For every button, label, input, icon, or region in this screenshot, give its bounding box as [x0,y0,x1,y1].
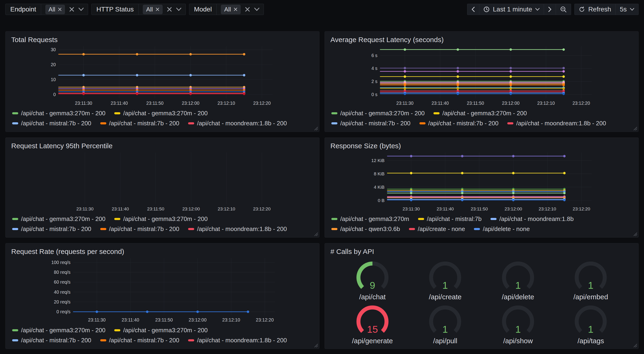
chevron-down-icon[interactable] [176,8,181,11]
panel-resize-handle[interactable] [314,344,318,347]
svg-text:4 s: 4 s [371,66,378,71]
legend-row: /api/chat - gemma3:270m - 200/api/chat -… [12,327,315,334]
legend-item[interactable]: /api/delete - none [474,225,530,233]
legend-item[interactable]: /api/chat - mistral:7b - 200 [420,120,499,127]
time-back-button[interactable] [467,4,479,15]
time-controls: Last 1 minute Refresh 5s [467,4,639,15]
panel-resize-handle[interactable] [314,232,318,236]
chart-canvas[interactable]: 23:11:3023:11:4023:11:5023:12:0023:12:10… [329,150,634,212]
panel-title[interactable]: # Calls by API [330,248,634,256]
chart-canvas[interactable]: 23:11:3023:11:4023:11:5023:12:0023:12:10… [329,44,634,106]
legend-item[interactable]: /api/chat - moondream:1.8b - 200 [188,120,287,127]
refresh-interval-dropdown[interactable]: 5s [615,4,638,15]
legend-item[interactable]: /api/chat - gemma3:270m - 200 [434,110,527,117]
chart-canvas[interactable]: 23:11:3023:11:4023:11:5023:12:0023:12:10… [10,44,315,106]
panel-title[interactable]: Request Rate (requests per second) [11,248,315,256]
chart-canvas[interactable]: 23:11:3023:11:4023:11:5023:12:0023:12:10… [10,256,315,323]
zoom-out-button[interactable] [556,4,571,15]
chevron-down-icon [535,8,540,11]
legend-row: /api/chat - mistral:7b - 200/api/chat - … [12,337,315,344]
svg-text:23:11:40: 23:11:40 [122,317,139,322]
legend-item[interactable]: /api/chat - mistral:7b - 200 [331,120,410,127]
legend-item[interactable]: /api/chat - gemma3:270m - 200 [12,327,106,334]
panel-grid: Total Requests 23:11:3023:11:4023:11:502… [0,31,644,349]
panel-title[interactable]: Response Size (bytes) [330,142,634,150]
svg-text:23:11:50: 23:11:50 [470,206,488,211]
filter-endpoint-chip[interactable]: All [45,5,65,14]
filter-endpoint: Endpoint All [5,4,88,15]
legend-swatch [507,122,514,124]
legend-item[interactable]: /api/chat - mistral:7b - 200 [100,337,180,344]
svg-text:100 req/s: 100 req/s [52,260,70,265]
legend-item[interactable]: /api/chat - gemma3:270m - 200 [12,110,106,117]
chevron-down-icon[interactable] [254,8,260,11]
legend-label: /api/chat - qwen3:0.6b [340,225,400,233]
legend-item[interactable]: /api/chat - gemma3:270m - 200 [331,110,424,117]
chip-remove-icon[interactable] [58,8,62,11]
legend-row: /api/chat - mistral:7b - 200/api/chat - … [331,120,634,127]
panel-title[interactable]: Request Latency 95th Percentile [11,142,315,150]
legend-item[interactable]: /api/chat - moondream:1.8b [490,215,574,223]
legend-label: /api/chat - gemma3:270m - 200 [123,110,208,117]
legend-label: /api/chat - gemma3:270m [340,215,409,223]
svg-text:1: 1 [588,324,594,335]
legend-row: /api/chat - mistral:7b - 200/api/chat - … [12,225,315,233]
legend-swatch [114,112,120,114]
chevron-down-icon[interactable] [78,8,84,11]
filter-model-chip[interactable]: All [221,5,241,14]
legend-swatch [100,122,106,124]
chip-remove-icon[interactable] [234,8,238,11]
refresh-button[interactable]: Refresh [574,4,615,15]
legend-item[interactable]: /api/chat - gemma3:270m - 200 [114,110,208,117]
chip-remove-icon[interactable] [156,8,159,11]
legend-row: /api/chat - mistral:7b - 200/api/chat - … [12,120,315,127]
panel-resize-handle[interactable] [314,127,318,131]
legend-item[interactable]: /api/chat - moondream:1.8b - 200 [188,225,287,233]
legend-item[interactable]: /api/chat - gemma3:270m - 200 [12,215,106,223]
legend-item[interactable]: /api/chat - qwen3:0.6b [331,225,400,233]
panel-resize-handle[interactable] [634,127,637,131]
legend-label: /api/chat - moondream:1.8b - 200 [516,120,606,127]
time-forward-button[interactable] [544,4,556,15]
legend-label: /api/create - none [418,225,465,233]
legend-item[interactable]: /api/chat - mistral:7b - 200 [100,225,180,233]
gauge-arc: 1 [566,301,616,336]
legend-item[interactable]: /api/chat - gemma3:270m [331,215,409,223]
legend-item[interactable]: /api/chat - moondream:1.8b - 200 [188,337,287,344]
legend-swatch [188,228,194,230]
legend-item[interactable]: /api/chat - mistral:7b - 200 [100,120,180,127]
panel-resize-handle[interactable] [634,344,637,347]
legend-item[interactable]: /api/create - none [409,225,465,233]
svg-text:23:12:10: 23:12:10 [222,317,240,322]
legend-swatch [331,218,338,220]
panel-resize-handle[interactable] [634,232,637,236]
svg-text:1: 1 [515,280,520,291]
gauge-arc: 1 [420,301,470,336]
legend-item[interactable]: /api/chat - gemma3:270m - 200 [114,215,208,223]
svg-text:23:11:30: 23:11:30 [402,206,420,211]
gauge-label: /api/show [503,337,533,345]
legend-item[interactable]: /api/chat - mistral:7b - 200 [12,337,91,344]
svg-text:23:11:40: 23:11:40 [112,206,129,211]
legend-item[interactable]: /api/chat - gemma3:270m - 200 [114,327,208,334]
chart-canvas[interactable]: 23:11:3023:11:4023:11:5023:12:0023:12:10… [10,150,315,212]
time-range-picker[interactable]: Last 1 minute [479,4,544,15]
legend-item[interactable]: /api/chat - moondream:1.8b - 200 [507,120,606,127]
filter-clear-icon[interactable] [167,7,172,12]
svg-text:20: 20 [51,62,56,67]
legend-label: /api/chat - moondream:1.8b - 200 [197,120,287,127]
filter-clear-icon[interactable] [69,7,74,12]
panel-title[interactable]: Average Request Latency (seconds) [330,36,634,44]
filter-http-status-chip[interactable]: All [143,5,163,14]
svg-text:23:12:00: 23:12:00 [182,206,200,211]
gauge-arc: 9 [348,257,397,292]
legend-item[interactable]: /api/chat - mistral:7b - 200 [12,225,91,233]
filter-model-label: Model [189,4,216,15]
panel-title[interactable]: Total Requests [11,36,315,44]
legend-label: /api/chat - gemma3:270m - 200 [123,215,208,223]
legend-item[interactable]: /api/chat - mistral:7b - 200 [12,120,91,127]
svg-text:4 KiB: 4 KiB [374,185,384,190]
legend-swatch [331,228,338,230]
legend-item[interactable]: /api/chat - mistral:7b [418,215,482,223]
filter-clear-icon[interactable] [245,7,250,12]
